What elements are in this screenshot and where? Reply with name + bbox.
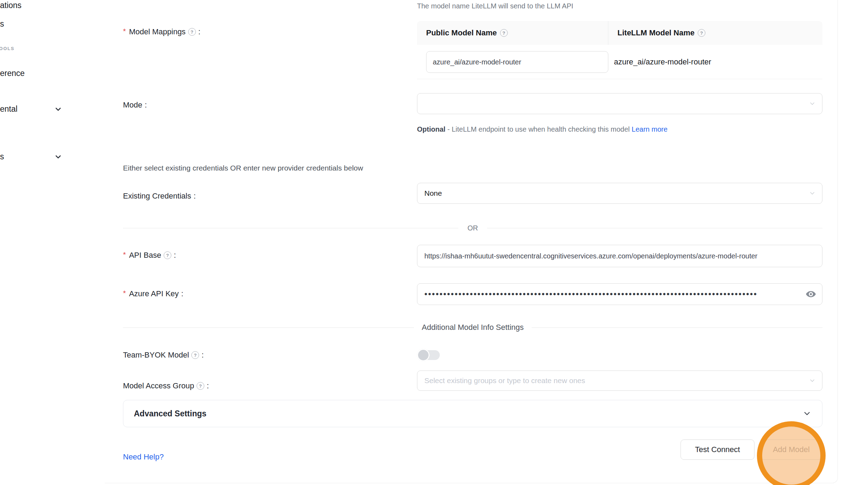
eye-icon[interactable] bbox=[805, 289, 816, 300]
label-colon: : bbox=[201, 351, 204, 360]
additional-settings-divider-label: Additional Model Info Settings bbox=[422, 323, 524, 332]
help-question-icon[interactable]: ? bbox=[197, 382, 204, 390]
divider-line bbox=[532, 327, 822, 328]
masked-api-key-value: ••••••••••••••••••••••••••••••••••••••••… bbox=[417, 289, 782, 299]
azure-api-key-field[interactable]: ••••••••••••••••••••••••••••••••••••••••… bbox=[417, 283, 822, 305]
api-base-input[interactable] bbox=[417, 245, 822, 267]
sidebar-section-tools: TOOLS bbox=[0, 46, 15, 51]
button-label: Add Model bbox=[773, 445, 809, 454]
divider-line bbox=[487, 228, 822, 228]
model-access-group-placeholder: Select existing groups or type to create… bbox=[417, 376, 585, 385]
model-access-group-select[interactable]: Select existing groups or type to create… bbox=[417, 370, 822, 391]
help-question-icon[interactable]: ? bbox=[191, 351, 199, 359]
sidebar: ations s TOOLS erence ental s bbox=[0, 0, 105, 485]
model-access-group-label: Model Access Group ? : bbox=[123, 381, 209, 390]
sidebar-item-label: ations bbox=[0, 1, 21, 10]
advanced-settings-panel[interactable]: Advanced Settings bbox=[123, 400, 822, 427]
or-divider-label: OR bbox=[467, 224, 478, 232]
sidebar-item-experimental[interactable]: ental bbox=[0, 104, 18, 114]
label-text: Existing Credentials bbox=[123, 192, 191, 201]
or-divider: OR bbox=[123, 224, 822, 232]
existing-credentials-select[interactable]: None bbox=[417, 183, 822, 204]
api-base-label: * API Base ? : bbox=[123, 251, 176, 260]
label-text: Team-BYOK Model bbox=[123, 351, 189, 360]
api-base-field bbox=[417, 245, 822, 267]
help-question-icon[interactable]: ? bbox=[188, 28, 196, 36]
label-colon: : bbox=[198, 27, 200, 36]
toggle-knob bbox=[417, 349, 430, 361]
chevron-down-icon bbox=[809, 377, 816, 384]
model-name-hint: The model name LiteLLM will send to the … bbox=[417, 2, 573, 10]
sidebar-item-label: s bbox=[0, 19, 4, 28]
chevron-down-icon bbox=[809, 190, 816, 197]
mode-select[interactable] bbox=[417, 93, 822, 114]
add-model-button[interactable]: Add Model bbox=[761, 439, 822, 460]
chevron-down-icon bbox=[809, 100, 816, 107]
label-colon: : bbox=[145, 101, 147, 110]
advanced-settings-title: Advanced Settings bbox=[134, 409, 206, 418]
label-colon: : bbox=[174, 251, 176, 260]
mode-hint-bold: Optional bbox=[417, 125, 445, 133]
table-row: azure_ai/azure-model-router bbox=[417, 45, 822, 79]
column-header-public-model-name: Public Model Name ? bbox=[417, 21, 608, 45]
column-header-litellm-model-name: LiteLLM Model Name ? bbox=[608, 21, 822, 45]
sidebar-item-5[interactable]: s bbox=[0, 152, 4, 161]
required-asterisk: * bbox=[123, 27, 126, 35]
divider-line bbox=[123, 327, 414, 328]
credentials-note: Either select existing credentials OR en… bbox=[123, 164, 363, 172]
team-byok-label: Team-BYOK Model ? : bbox=[123, 351, 204, 360]
test-connect-button[interactable]: Test Connect bbox=[681, 439, 754, 460]
sidebar-item-label: ental bbox=[0, 104, 18, 113]
mode-hint: Optional - LiteLLM endpoint to use when … bbox=[417, 122, 778, 136]
sidebar-item-label: erence bbox=[0, 69, 25, 78]
learn-more-link[interactable]: Learn more bbox=[632, 125, 668, 133]
label-colon: : bbox=[193, 192, 196, 201]
mode-label: Mode : bbox=[123, 101, 147, 110]
need-help-link[interactable]: Need Help? bbox=[123, 452, 164, 462]
table-header-row: Public Model Name ? LiteLLM Model Name ? bbox=[417, 21, 822, 45]
model-mappings-label: * Model Mappings ? : bbox=[123, 27, 200, 36]
button-label: Test Connect bbox=[695, 445, 740, 454]
label-text: Mode bbox=[123, 101, 142, 110]
chevron-down-icon bbox=[802, 409, 812, 418]
chevron-down-icon bbox=[54, 105, 62, 113]
divider-line bbox=[123, 228, 458, 228]
add-model-page: ations s TOOLS erence ental s The model … bbox=[0, 0, 868, 485]
litellm-model-name-value: azure_ai/azure-model-router bbox=[614, 45, 711, 79]
sidebar-item-organizations[interactable]: ations bbox=[0, 1, 21, 10]
chevron-down-icon bbox=[54, 153, 62, 161]
team-byok-toggle[interactable] bbox=[417, 349, 440, 361]
additional-settings-divider: Additional Model Info Settings bbox=[123, 323, 822, 332]
help-question-icon[interactable]: ? bbox=[698, 29, 705, 37]
label-colon: : bbox=[181, 289, 183, 298]
sidebar-item-1[interactable]: s bbox=[0, 19, 4, 29]
help-question-icon[interactable]: ? bbox=[164, 251, 171, 259]
existing-credentials-label: Existing Credentials : bbox=[123, 192, 196, 201]
label-colon: : bbox=[207, 381, 209, 390]
required-asterisk: * bbox=[123, 289, 126, 297]
label-text: Model Access Group bbox=[123, 381, 194, 390]
sidebar-item-reference[interactable]: erence bbox=[0, 69, 25, 78]
sidebar-section-label: TOOLS bbox=[0, 46, 15, 51]
azure-api-key-label: * Azure API Key : bbox=[123, 289, 183, 298]
label-text: Azure API Key bbox=[129, 289, 179, 298]
help-question-icon[interactable]: ? bbox=[500, 29, 508, 37]
column-header-label: Public Model Name bbox=[426, 28, 497, 37]
model-mappings-table: Public Model Name ? LiteLLM Model Name ?… bbox=[417, 21, 822, 79]
required-asterisk: * bbox=[123, 250, 126, 259]
sidebar-item-label: s bbox=[0, 152, 4, 161]
existing-credentials-value: None bbox=[417, 189, 442, 198]
label-text: API Base bbox=[129, 251, 161, 260]
mode-hint-text: - LiteLLM endpoint to use when health ch… bbox=[445, 125, 631, 133]
column-header-label: LiteLLM Model Name bbox=[617, 28, 695, 37]
public-model-name-input[interactable] bbox=[426, 51, 608, 73]
label-text: Model Mappings bbox=[129, 27, 185, 36]
